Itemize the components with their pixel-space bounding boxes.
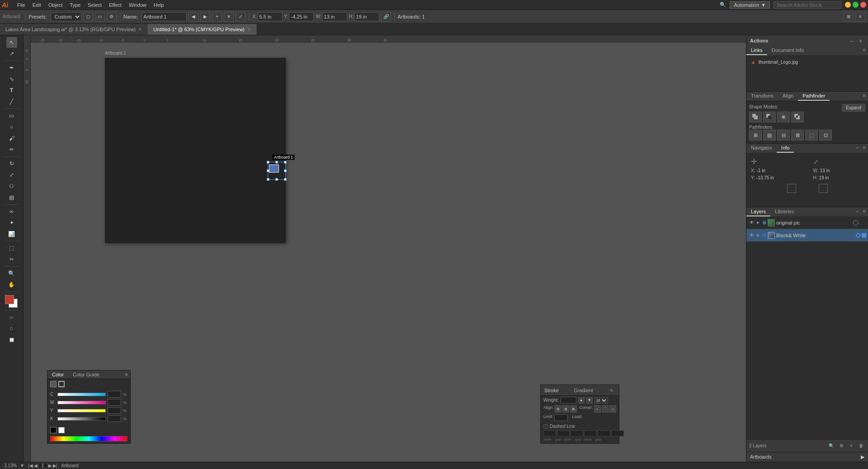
gradient-tool[interactable]: ▤ [6,192,17,203]
color-guide-tab[interactable]: Color Guide [68,371,104,379]
layer-expand-1[interactable]: ▶ [757,220,761,225]
tab-lakes[interactable]: Lakes Area Landscaping.ai* @ 3.13% (RGB/… [0,24,148,35]
minimize-button[interactable] [845,2,851,8]
stroke-icon[interactable] [58,381,65,387]
gap-3[interactable] [611,430,624,436]
align-outside-btn[interactable]: ⊠ [570,405,577,413]
zoom-input[interactable] [3,463,19,469]
puppet-warp-tool[interactable]: ⚇ [6,181,17,192]
actions-menu-btn[interactable]: ≡ [857,37,864,44]
artboard-name-input[interactable] [142,12,187,21]
color-tab[interactable]: Color [47,371,68,379]
slice-tool[interactable]: ✂ [6,254,17,265]
handle-top-right[interactable] [284,161,287,164]
dash-2[interactable] [571,430,583,436]
menu-edit[interactable]: Edit [29,1,45,9]
selection-tool[interactable]: ↖ [6,37,17,48]
align-tab[interactable]: Align [778,92,798,101]
menu-help[interactable]: Help [150,1,168,9]
artboard-tool[interactable]: ⬚ [6,243,17,253]
miter-limit[interactable] [554,414,568,421]
maximize-button[interactable] [853,2,859,8]
handle-mid-right[interactable] [284,169,287,172]
layers-expand-btn[interactable]: ↔ [854,207,861,215]
navigator-tab[interactable]: Navigator [746,144,777,153]
c-value[interactable] [108,391,121,398]
k-slider[interactable] [57,417,106,421]
x-input[interactable] [258,12,283,21]
foreground-color-box[interactable] [5,295,14,304]
blend-tool[interactable]: ∞ [6,206,17,217]
layer-vis-1[interactable]: 👁 [748,219,755,226]
minus-front-btn[interactable] [763,112,776,122]
last-page-btn[interactable]: ▶| [53,463,58,469]
artboards-section[interactable]: Artboards ▶ [746,452,868,462]
nav-right-btn[interactable]: ▶ [200,12,210,22]
add-artboard-btn[interactable]: + [212,12,222,22]
automation-button[interactable]: Automation ▼ [730,1,770,9]
stroke-panel-menu[interactable]: ≡ [608,387,615,394]
landscape-btn[interactable]: ▭ [95,12,105,22]
nav-menu-btn[interactable]: ≡ [861,144,868,151]
next-page-btn[interactable]: ▶ [48,463,52,469]
gradient-tab[interactable]: Gradient [574,388,593,393]
nav-left-btn[interactable]: ◀ [189,12,198,22]
type-tool[interactable]: T [6,85,17,96]
intersect-btn[interactable] [777,112,790,122]
merge-btn[interactable]: ⊟ [777,130,790,141]
grid-btn[interactable]: ⊞ [844,12,854,22]
arrange-btn[interactable]: ≡ [855,12,865,22]
weight-up[interactable]: ▲ [578,397,585,403]
prev-page-btn[interactable]: ◀ [34,463,38,469]
actions-expand-btn[interactable]: ↔ [848,37,855,44]
crop-btn[interactable]: ⊠ [791,130,804,141]
handle-bot-left[interactable] [267,178,269,181]
exclude-btn[interactable] [791,112,804,122]
ellipse-tool[interactable]: ○ [6,122,17,132]
dash-3[interactable] [598,430,610,436]
symbol-tool[interactable]: ✦ [6,217,17,228]
presets-select[interactable]: Custom [51,12,81,21]
constrain-btn[interactable]: 🔗 [381,12,391,22]
menu-object[interactable]: Object [45,1,66,9]
unite-btn[interactable] [749,112,762,122]
rect-tool[interactable]: ▭ [6,110,17,121]
zoom-dropdown-btn[interactable]: ▼ [20,463,24,468]
dashed-checkbox[interactable] [543,424,548,429]
layers-tab[interactable]: Layers [746,207,770,216]
fill-icon[interactable] [50,381,57,387]
pencil-tool[interactable]: ✏ [6,144,17,155]
handle-top-mid[interactable] [275,161,278,164]
layer-vis-2[interactable]: 👁 [748,232,755,239]
selected-object[interactable]: Artboard 1 [268,162,286,180]
hand-tool[interactable]: ✋ [6,279,17,290]
pen-tool[interactable]: ✒ [6,62,17,73]
paintbrush-tool[interactable]: 🖌 [6,133,17,144]
tab-untitled[interactable]: Untitled-1* @ 63% (CMYK/GPU Preview) ✕ [148,24,257,35]
w-input[interactable] [322,12,347,21]
layer-target-1[interactable] [853,220,859,225]
handle-bot-mid[interactable] [275,178,278,181]
menu-window[interactable]: Window [125,1,150,9]
close-button[interactable] [860,2,866,8]
zoom-tool[interactable]: 🔍 [6,268,17,279]
h-input[interactable] [354,12,379,21]
m-slider[interactable] [57,401,106,404]
portrait-btn[interactable]: ◻ [83,12,93,22]
rotate-tool[interactable]: ↻ [6,158,17,169]
weight-unit[interactable]: pt [594,397,608,403]
search-layers-btn[interactable]: 🔍 [827,442,835,450]
info-tab[interactable]: Info [777,144,794,153]
white-swatch[interactable] [58,427,65,433]
y-input[interactable] [289,12,314,21]
actions-panel-header[interactable]: Actions ↔ ≡ [746,35,868,46]
handle-top-left[interactable] [267,161,269,164]
layer-black-white[interactable]: 👁 ▶ Black& White [746,229,868,242]
weight-input[interactable] [561,397,576,403]
transform-tab[interactable]: Transform [746,92,778,101]
first-page-btn[interactable]: |◀ [28,463,33,469]
align-center-btn[interactable]: ⊟ [555,405,561,413]
delete-layer-btn[interactable]: 🗑 [857,442,865,450]
color-panel-menu[interactable]: ≡ [123,371,130,378]
corner-miter-btn[interactable]: ⌐ [594,405,601,413]
